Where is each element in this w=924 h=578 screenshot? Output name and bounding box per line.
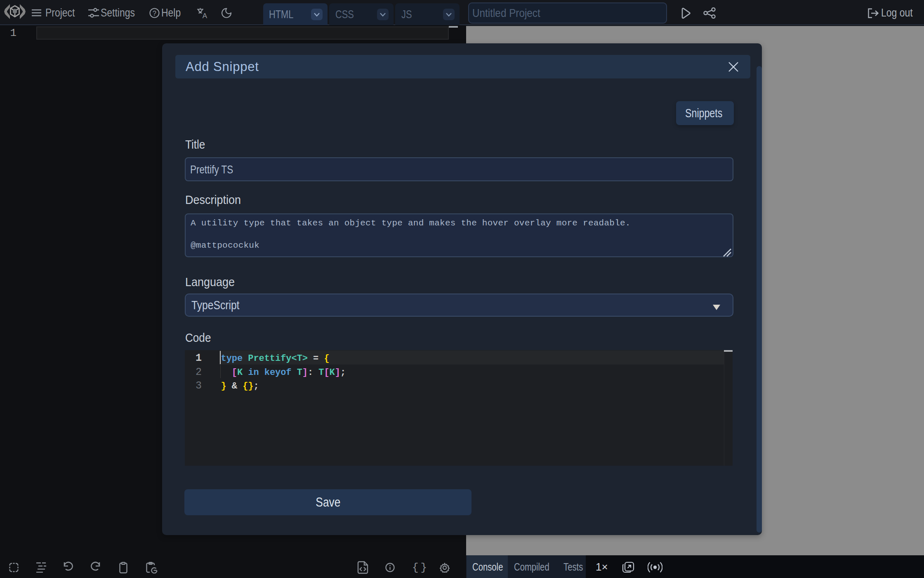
svg-text:A: A [203, 12, 207, 19]
svg-text:?: ? [153, 10, 156, 17]
